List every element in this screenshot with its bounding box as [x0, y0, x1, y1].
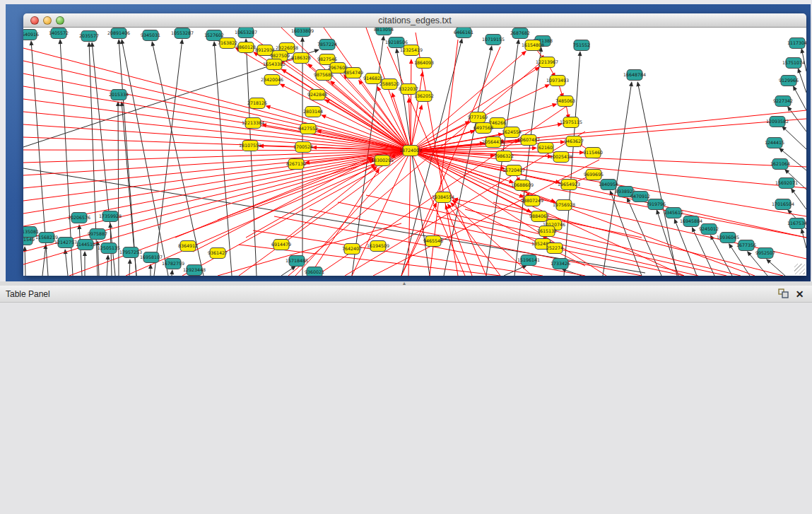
graph-node-label: 15718485 — [286, 258, 308, 263]
graph-node-label: 9115460 — [583, 150, 603, 155]
graph-node-label: 17016504 — [772, 201, 794, 206]
graph-node-label: 17359928 — [99, 214, 122, 218]
graph-node-label: 8267130 — [286, 161, 306, 166]
graph-node-label: 1144519 — [76, 242, 95, 247]
graph-node-label: 16782759 — [162, 261, 184, 266]
network-view-canvas[interactable]: 1640916140557220355772089140693450311055… — [23, 28, 806, 276]
graph-node-label: 10719155 — [482, 37, 505, 42]
graph-node-label: 19756928 — [553, 202, 575, 207]
graph-node-label: 18107552 — [239, 143, 261, 148]
graph-node-label: 16958107 — [140, 255, 163, 259]
graph-node-label: 16154808 — [522, 42, 544, 47]
graph-node-label: 2588520 — [379, 81, 399, 86]
graph-node-label: 19654923 — [558, 182, 580, 187]
graph-node-label: 17957253 — [119, 250, 142, 255]
graph-node-label: 12975115 — [560, 119, 582, 124]
graph-node-label: 10973493 — [546, 78, 569, 83]
graph-node-label: 9360021 — [305, 269, 324, 274]
graph-node-label: 23420046 — [261, 77, 283, 82]
graph-node-label: 8813054 — [374, 28, 394, 32]
cytoscape-screen: citations_edges.txt 16409161405572203557… — [0, 0, 812, 514]
graph-node-label: 1244415 — [765, 140, 784, 145]
graph-node-label: 9245012 — [699, 226, 719, 231]
graph-node-label: 7163822 — [218, 40, 237, 45]
graph-node-label: 8322037 — [399, 86, 418, 91]
graph-node-label: 1362052 — [414, 93, 434, 98]
graph-node-label: 12213384 — [242, 120, 264, 125]
graph-node-label: 1624554 — [502, 129, 522, 134]
table-panel-header: Table Panel ✕ — [0, 286, 812, 303]
graph-node-label: 10025418 — [550, 154, 572, 159]
table-panel-title: Table Panel — [6, 289, 50, 299]
graph-node-label: 6470912 — [630, 194, 650, 199]
citation-network-graph[interactable]: 1640916140557220355772089140693450311055… — [23, 28, 806, 276]
graph-node-label: 18300295 — [371, 158, 394, 163]
graph-node-label: 12923448 — [183, 267, 206, 272]
graph-node-label: 2687682 — [510, 30, 530, 35]
graph-node-label: 12093582 — [766, 119, 789, 124]
graph-node-label: 7485063 — [555, 98, 575, 103]
graph-node-label: 746266 — [489, 120, 506, 125]
graph-node-label: 9227342 — [773, 98, 793, 103]
graph-node-label: 20891406 — [107, 30, 130, 35]
graph-node-label: 10653287 — [235, 30, 257, 35]
graph-node-label: 6466161 — [454, 30, 473, 35]
graph-node-label: 18724007 — [399, 148, 422, 153]
graph-node-label: 7857224 — [317, 42, 337, 47]
graph-node-label: 9146821 — [363, 76, 383, 81]
network-window-title: citations_edges.txt — [23, 16, 806, 25]
graph-node-label: 10607487 — [517, 137, 540, 142]
graph-node-label: 252274 — [546, 245, 563, 250]
graph-node-label: 6497568 — [473, 125, 493, 130]
graph-node-label: 12325419 — [400, 47, 423, 52]
graph-node-label: 9361427 — [208, 250, 228, 255]
graph-node-label: 8135081 — [23, 229, 39, 234]
graph-node-label: 9699695 — [584, 172, 604, 177]
graph-node-label: 8364912 — [178, 243, 198, 248]
graph-node-label: 1615132 — [537, 228, 557, 233]
graph-node-label: 15751074 — [782, 60, 805, 65]
graph-node-label: 8938923 — [616, 189, 635, 194]
graph-node-label: 1527602 — [204, 33, 224, 37]
graph-node-label: 9463627 — [564, 139, 584, 144]
network-window-titlebar[interactable]: citations_edges.txt — [23, 13, 806, 28]
graph-node-label: 751552 — [573, 42, 590, 47]
graph-node-label: 9345612 — [664, 210, 683, 215]
graph-node-label: 62160 — [539, 145, 553, 150]
close-panel-button[interactable]: ✕ — [794, 288, 806, 300]
window-resize-grip[interactable] — [794, 264, 805, 274]
graph-node-label: 16648784 — [623, 72, 646, 77]
graph-node-label: 10553287 — [171, 30, 194, 35]
graph-node-label: 9827546 — [317, 57, 337, 62]
graph-node-label: 1677356 — [736, 243, 756, 247]
graph-node-label: 1621064 — [770, 161, 790, 166]
graph-node-label: 1405572 — [49, 30, 69, 35]
graph-node-label: 15692071 — [775, 180, 798, 185]
graph-node-label: 8860128 — [236, 45, 256, 49]
graph-node-label: 9129966 — [779, 78, 799, 83]
graph-node-label: 2015334 — [109, 92, 129, 97]
graph-node-label: 12142757 — [54, 240, 77, 245]
graph-node-label: 9242848 — [307, 92, 327, 97]
graph-node-label: 1700524 — [293, 144, 313, 149]
graph-node-label: 1840954 — [599, 182, 618, 187]
graph-node-label: 16543382 — [263, 62, 286, 66]
graph-node-label: 15196141 — [517, 257, 540, 262]
graph-node-label: 2967608 — [328, 65, 348, 70]
graph-node-label: 20206576 — [68, 215, 90, 220]
graph-node-label: 11568219 — [35, 235, 58, 240]
graph-node-label: 8912934 — [255, 47, 275, 52]
float-panel-button[interactable] — [777, 288, 789, 300]
graph-node-label: 9465546 — [423, 238, 443, 243]
table-panel-body: f(x) citations_edges.txt namein_degreeye… — [0, 303, 812, 514]
graph-node-label: 12505135 — [98, 245, 120, 250]
graph-node-label: 1733426 — [551, 261, 570, 266]
graph-node-label: 7642407 — [342, 246, 362, 251]
graph-node-label: 16194509 — [367, 243, 389, 248]
graph-node-label: 2718126 — [247, 100, 267, 105]
graph-node-label: 8854749 — [343, 70, 363, 75]
graph-node-label: 10936045 — [717, 235, 739, 240]
graph-node-label: 7919796 — [646, 201, 666, 206]
graph-node-label: 12213967 — [536, 59, 558, 64]
graph-node-label: 19218506 — [385, 40, 408, 45]
